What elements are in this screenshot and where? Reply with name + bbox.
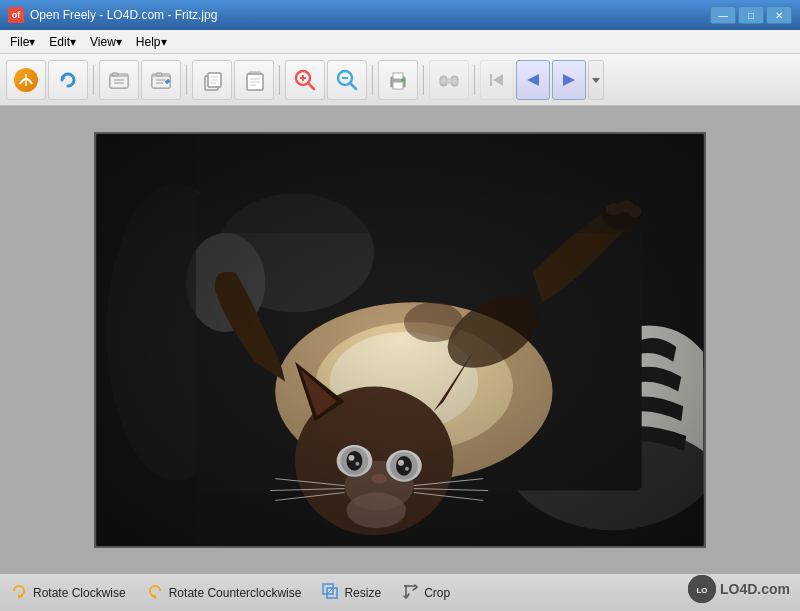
cat-image <box>96 134 704 546</box>
svg-line-25 <box>308 83 314 89</box>
back-button[interactable] <box>516 60 550 100</box>
image-container <box>94 132 706 548</box>
svg-point-32 <box>402 78 405 81</box>
minimize-button[interactable]: — <box>710 6 736 24</box>
close-button[interactable]: ✕ <box>766 6 792 24</box>
app-icon: of <box>8 7 24 23</box>
menu-bar: File▾ Edit▾ View▾ Help▾ <box>0 30 800 54</box>
menu-edit[interactable]: Edit▾ <box>43 33 82 51</box>
print-button[interactable] <box>378 60 418 100</box>
toolbar-separator-1 <box>93 65 94 95</box>
svg-line-28 <box>350 83 356 89</box>
home-button[interactable] <box>6 60 46 100</box>
svg-line-83 <box>327 588 333 594</box>
watermark-logo: LO <box>688 575 716 603</box>
refresh-button[interactable] <box>48 60 88 100</box>
forward-button[interactable] <box>552 60 586 100</box>
crop-icon <box>401 582 419 604</box>
rotate-ccw-item[interactable]: Rotate Counterclockwise <box>146 582 302 604</box>
svg-rect-4 <box>112 73 118 76</box>
menu-file[interactable]: File▾ <box>4 33 41 51</box>
status-bar: Rotate Clockwise Rotate Counterclockwise… <box>0 573 800 611</box>
resize-item[interactable]: Resize <box>321 582 381 604</box>
title-bar: of Open Freely - LO4D.com - Fritz.jpg — … <box>0 0 800 30</box>
svg-rect-3 <box>110 76 128 88</box>
svg-text:LO: LO <box>696 586 707 595</box>
maximize-button[interactable]: □ <box>738 6 764 24</box>
svg-marker-40 <box>527 74 539 86</box>
svg-marker-42 <box>592 78 600 83</box>
watermark-text: LO4D.com <box>720 581 790 597</box>
menu-view[interactable]: View▾ <box>84 33 128 51</box>
copy-button[interactable] <box>192 60 232 100</box>
svg-marker-41 <box>563 74 575 86</box>
window-title: Open Freely - LO4D.com - Fritz.jpg <box>30 8 217 22</box>
toolbar-separator-6 <box>474 65 475 95</box>
first-button[interactable] <box>480 60 514 100</box>
rotate-ccw-icon <box>146 582 164 604</box>
open-button[interactable] <box>99 60 139 100</box>
svg-rect-9 <box>156 73 162 76</box>
rotate-cw-icon <box>10 582 28 604</box>
toolbar-separator-5 <box>423 65 424 95</box>
dropdown-button[interactable] <box>588 60 604 100</box>
rotate-cw-label: Rotate Clockwise <box>33 586 126 600</box>
binoculars-button[interactable] <box>429 60 469 100</box>
svg-rect-78 <box>97 134 703 546</box>
menu-help[interactable]: Help▾ <box>130 33 173 51</box>
svg-rect-30 <box>393 73 403 79</box>
main-area <box>0 106 800 573</box>
resize-label: Resize <box>344 586 381 600</box>
toolbar-separator-2 <box>186 65 187 95</box>
svg-rect-31 <box>393 82 403 89</box>
crop-item[interactable]: Crop <box>401 582 450 604</box>
svg-point-37 <box>452 78 458 84</box>
toolbar-separator-3 <box>279 65 280 95</box>
watermark: LO LO4D.com <box>688 575 790 603</box>
save-button[interactable] <box>141 60 181 100</box>
title-left: of Open Freely - LO4D.com - Fritz.jpg <box>8 7 217 23</box>
zoom-out-button[interactable] <box>327 60 367 100</box>
paste-button[interactable] <box>234 60 274 100</box>
crop-label: Crop <box>424 586 450 600</box>
svg-marker-39 <box>493 74 503 86</box>
toolbar-separator-4 <box>372 65 373 95</box>
rotate-cw-item[interactable]: Rotate Clockwise <box>10 582 126 604</box>
zoom-in-button[interactable] <box>285 60 325 100</box>
window-controls: — □ ✕ <box>710 6 792 24</box>
resize-icon <box>321 582 339 604</box>
rotate-ccw-label: Rotate Counterclockwise <box>169 586 302 600</box>
svg-point-36 <box>441 78 447 84</box>
toolbar <box>0 54 800 106</box>
